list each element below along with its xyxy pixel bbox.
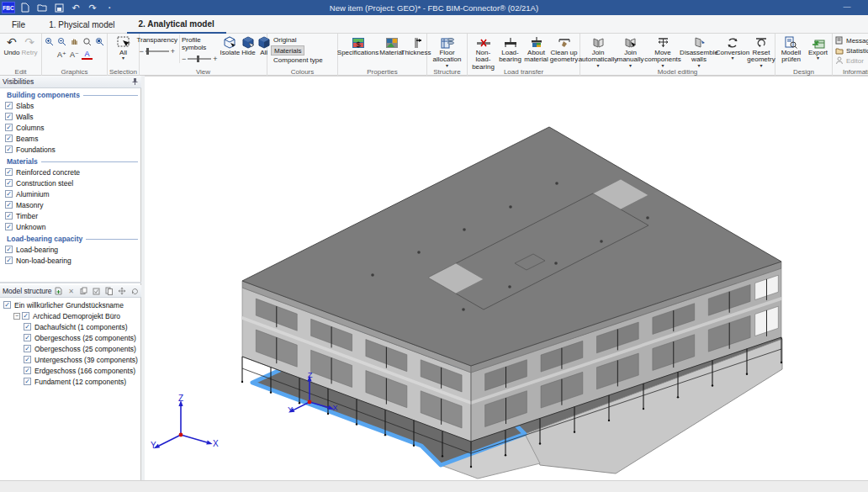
checkbox[interactable]: ✓ <box>24 323 31 331</box>
delete-icon[interactable]: ✕ <box>66 287 76 296</box>
visibility-item[interactable]: ✓Walls <box>0 111 141 122</box>
checkbox[interactable]: ✓ <box>5 102 13 109</box>
section-heading: Building components <box>7 91 138 99</box>
checkbox[interactable]: ✓ <box>22 312 29 320</box>
checkbox[interactable]: ✓ <box>3 301 11 309</box>
tab-physical-model[interactable]: 1. Physical model <box>37 15 126 34</box>
tree-node[interactable]: ✓Obergeschoss (25 components) <box>0 332 141 343</box>
tree-node[interactable]: ✓Erdgeschoss (166 components) <box>0 365 141 376</box>
load-bearing-button[interactable]: Load-bearing <box>498 34 523 65</box>
visibility-item[interactable]: ✓Reinforced concrete <box>0 167 141 177</box>
move-components-button[interactable]: Move components ▾ <box>645 34 680 68</box>
move-icon[interactable] <box>117 287 126 296</box>
checkbox[interactable]: ✓ <box>5 179 13 187</box>
collapse-icon[interactable]: − <box>13 313 20 320</box>
minimize-button[interactable]: — <box>841 3 853 11</box>
tree-node[interactable]: ✓Dachaufsicht (1 components) <box>0 321 141 332</box>
tree-node[interactable]: −✓Archicad Demoprojekt Büro <box>0 310 141 321</box>
profile-symbols-slider[interactable]: Profile symbols − + <box>179 34 220 63</box>
reset-geometry-button[interactable]: Reset geometry ▾ <box>748 34 775 68</box>
duplicate-icon[interactable] <box>79 287 88 296</box>
checkbox[interactable]: ✓ <box>24 345 31 352</box>
checkbox[interactable]: ✓ <box>5 201 13 209</box>
checkbox[interactable]: ✓ <box>24 356 31 363</box>
checkbox[interactable]: ✓ <box>24 378 31 385</box>
visibility-item[interactable]: ✓Aluminium <box>0 188 141 199</box>
visibility-item[interactable]: ✓Slabs <box>0 100 141 111</box>
tree-node[interactable]: ✓Fundament (12 components) <box>0 376 141 387</box>
specifications-button[interactable]: $ Specifications <box>337 34 379 57</box>
export-button[interactable]: Export ▾ <box>806 34 831 61</box>
hide-button[interactable]: Hide <box>241 34 256 57</box>
tab-analytical-model[interactable]: 2. Analytical model <box>127 15 226 34</box>
visibility-item[interactable]: ✓Unknown <box>0 221 141 232</box>
isolate-button[interactable]: Isolate <box>220 34 241 57</box>
join-automatically-button[interactable]: Join automatically ▾ <box>580 34 616 68</box>
checkbox[interactable]: ✓ <box>5 168 13 176</box>
visibility-item[interactable]: ✓Columns <box>0 122 141 133</box>
zoom-extents-icon[interactable] <box>94 36 105 47</box>
non-load-bearing-button[interactable]: Non-load-bearing <box>469 34 498 71</box>
copy-icon[interactable] <box>104 287 114 296</box>
tree-node[interactable]: ✓Obergeschoss (25 components) <box>0 343 141 354</box>
mark-icon[interactable] <box>92 287 101 296</box>
font-color-icon[interactable]: A <box>82 49 93 60</box>
disassemble-walls-button[interactable]: Disassemble walls ▾ <box>680 34 717 68</box>
undo-button[interactable]: ↶ Undo <box>3 34 20 57</box>
font-increase-icon[interactable]: A⁺ <box>56 49 67 60</box>
tree-node[interactable]: ✓Ein willkürlicher Grundstücksname <box>0 299 141 310</box>
pin-icon[interactable] <box>131 77 139 86</box>
clean-up-geometry-button[interactable]: Clean up geometry <box>550 34 579 65</box>
checkbox[interactable]: ✓ <box>5 246 13 253</box>
statistic-button[interactable]: Statistic <box>833 45 868 56</box>
visibility-item[interactable]: ✓Beams <box>0 133 141 144</box>
checkbox[interactable]: ✓ <box>24 367 31 374</box>
checkbox[interactable]: ✓ <box>5 124 13 131</box>
checkbox[interactable]: ✓ <box>5 257 13 264</box>
colours-component-type-button[interactable]: Component type <box>271 56 326 66</box>
visibility-item[interactable]: ✓Non-load-bearing <box>0 255 141 266</box>
visibility-item[interactable]: ✓Load-bearing <box>0 244 141 255</box>
zoom-out-icon[interactable] <box>56 36 67 47</box>
checkbox[interactable]: ✓ <box>5 223 13 230</box>
redo-icon[interactable]: ↷ <box>86 2 99 13</box>
colours-materials-button[interactable]: Materials <box>271 45 304 56</box>
visibility-item[interactable]: ✓Masonry <box>0 199 141 210</box>
checkbox[interactable]: ✓ <box>5 190 13 198</box>
rotate-icon[interactable] <box>130 287 139 296</box>
about-material-button[interactable]: About material <box>523 34 550 65</box>
open-folder-icon[interactable] <box>35 2 49 13</box>
check-model-button[interactable]: Modell prüfen <box>777 34 806 65</box>
floor-allocation-button[interactable]: Floor allocation ▾ <box>427 34 467 68</box>
visibility-item[interactable]: ✓Timber <box>0 210 141 221</box>
colours-original-button[interactable]: Original <box>271 35 299 45</box>
3d-viewport[interactable]: ZXYZXY <box>145 76 868 480</box>
thickness-button[interactable]: Thickness <box>405 34 428 57</box>
zoom-window-icon[interactable] <box>82 36 93 47</box>
tab-file[interactable]: File <box>0 15 37 34</box>
font-decrease-icon[interactable]: A⁻ <box>69 49 80 60</box>
tree-node[interactable]: ✓Untergeschoss (39 components) <box>0 354 141 365</box>
new-file-icon[interactable] <box>19 2 32 13</box>
editor-button[interactable]: Editor <box>833 56 868 66</box>
zoom-in-icon[interactable] <box>44 36 55 47</box>
app-logo[interactable]: FBC <box>2 2 15 13</box>
checkbox[interactable]: ✓ <box>5 135 13 142</box>
checkbox[interactable]: ✓ <box>5 113 13 120</box>
pan-hand-icon[interactable] <box>69 36 80 47</box>
messages-button[interactable]: Messages <box>833 35 868 45</box>
retry-button[interactable]: ↷ Retry <box>21 34 39 57</box>
undo-icon[interactable]: ↶ <box>69 2 82 13</box>
conversion-button[interactable]: Conversion ▾ <box>717 34 748 61</box>
checkbox[interactable]: ✓ <box>5 145 13 153</box>
visibility-item[interactable]: ✓Construction steel <box>0 177 141 188</box>
checkbox[interactable]: ✓ <box>24 334 31 341</box>
add-component-icon[interactable] <box>54 287 63 296</box>
visibility-item[interactable]: ✓Foundations <box>0 144 141 155</box>
save-icon[interactable] <box>52 2 66 13</box>
toolbar-options-icon[interactable]: ▪ <box>103 2 116 13</box>
transparency-slider[interactable]: Transparency − + <box>135 34 179 56</box>
checkbox[interactable]: ✓ <box>5 212 13 220</box>
join-manually-button[interactable]: Join manually ▾ <box>616 34 645 68</box>
select-all-button[interactable]: All ▾ <box>116 34 131 61</box>
